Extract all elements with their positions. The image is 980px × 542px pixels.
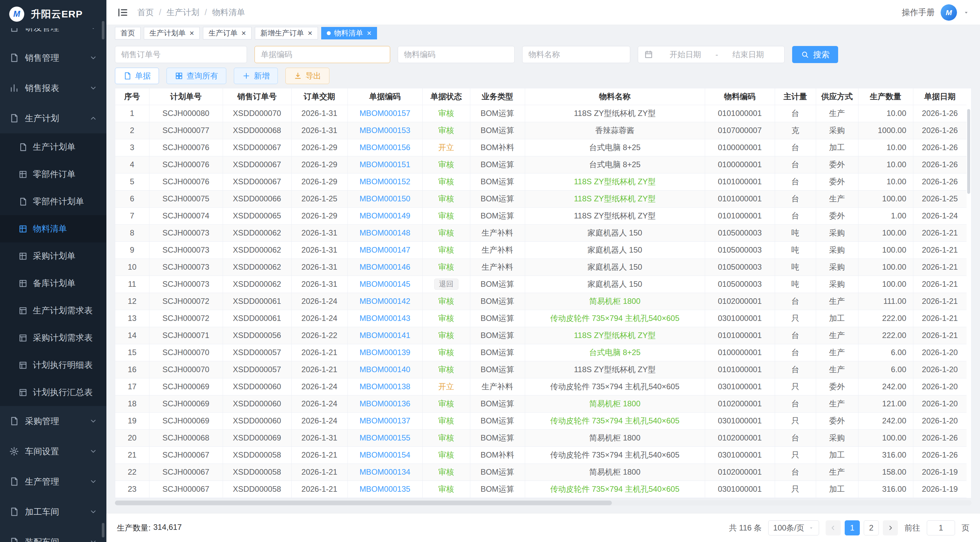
breadcrumb-item[interactable]: 物料清单 — [212, 7, 245, 18]
table-row[interactable]: 12 SCJH000072 XSDD000061 2026-1-24 MBOM0… — [115, 293, 967, 310]
doc-link[interactable]: MBOM000138 — [360, 382, 410, 391]
sidebar-scrollbar-thumb[interactable] — [102, 523, 105, 537]
doc-link[interactable]: MBOM000142 — [360, 297, 410, 306]
sidebar-item-plan-execution-summary[interactable]: 计划执行汇总表 — [0, 379, 107, 406]
page-jump-input[interactable] — [927, 520, 955, 536]
sidebar-item-purchase-plan-demand[interactable]: 采购计划需求表 — [0, 324, 107, 351]
tab-production-orders[interactable]: 生产订单 × — [203, 27, 251, 40]
breadcrumb-item[interactable]: 首页 — [137, 7, 154, 18]
table-row[interactable]: 13 SCJH000072 XSDD000061 2026-1-24 MBOM0… — [115, 310, 967, 327]
caret-down-icon[interactable] — [963, 9, 969, 16]
table-row[interactable]: 22 SCJH000067 XSDD000058 2026-1-21 MBOM0… — [115, 464, 967, 481]
vertical-scrollbar-thumb[interactable] — [967, 109, 970, 194]
next-page-button[interactable] — [883, 520, 898, 536]
table-row[interactable]: 11 SCJH000073 XSDD000062 2026-1-31 MBOM0… — [115, 276, 967, 293]
manual-link[interactable]: 操作手册 — [902, 7, 935, 18]
doc-button[interactable]: 单据 — [115, 68, 159, 84]
table-row[interactable]: 7 SCJH000074 XSDD000065 2026-1-29 MBOM00… — [115, 207, 967, 224]
doc-link[interactable]: MBOM000134 — [360, 467, 410, 476]
sidebar-item-workshop-settings[interactable]: 车间设置 — [0, 436, 107, 467]
sidebar-item-sales-reports[interactable]: 销售报表 — [0, 73, 107, 103]
table-row[interactable]: 6 SCJH000075 XSDD000066 2026-1-25 MBOM00… — [115, 190, 967, 207]
column-header[interactable]: 生产数量 — [858, 88, 913, 105]
sidebar-item-plan-execution-detail[interactable]: 计划执行明细表 — [0, 351, 107, 379]
doc-link[interactable]: MBOM000149 — [360, 211, 410, 220]
table-row[interactable]: 10 SCJH000073 XSDD000062 2026-1-31 MBOM0… — [115, 258, 967, 276]
doc-link[interactable]: MBOM000156 — [360, 143, 410, 152]
tab-new-production-order[interactable]: 新增生产订单 × — [255, 27, 318, 40]
column-header[interactable]: 销售订单号 — [223, 88, 291, 105]
sidebar-item-purchase-management[interactable]: 采购管理 — [0, 406, 107, 436]
column-header[interactable]: 主计量 — [775, 88, 816, 105]
close-icon[interactable]: × — [308, 29, 312, 37]
table-row[interactable]: 18 SCJH000069 XSDD000060 2026-1-24 MBOM0… — [115, 395, 967, 412]
doc-link[interactable]: MBOM000153 — [360, 126, 410, 135]
doc-link[interactable]: MBOM000145 — [360, 279, 410, 289]
page-size-select[interactable]: 100条/页 — [768, 520, 819, 536]
sidebar-item-production-management[interactable]: 生产管理 — [0, 467, 107, 497]
doc-link[interactable]: MBOM000150 — [360, 194, 410, 203]
column-header[interactable]: 单据日期 — [913, 88, 967, 105]
table-row[interactable]: 17 SCJH000069 XSDD000060 2026-1-24 MBOM0… — [115, 378, 967, 395]
table-row[interactable]: 4 SCJH000076 XSDD000067 2026-1-29 MBOM00… — [115, 156, 967, 173]
search-button[interactable]: 搜索 — [792, 46, 838, 63]
doc-link[interactable]: MBOM000139 — [360, 348, 410, 357]
column-header[interactable]: 订单交期 — [291, 88, 347, 105]
query-all-button[interactable]: 查询所有 — [167, 68, 226, 84]
doc-link[interactable]: MBOM000136 — [360, 399, 410, 408]
column-header[interactable]: 单据状态 — [422, 88, 470, 105]
horizontal-scrollbar-thumb[interactable] — [115, 501, 612, 505]
column-header[interactable]: 物料名称 — [525, 88, 705, 105]
close-icon[interactable]: × — [189, 29, 194, 37]
sidebar-scrollbar-thumb[interactable] — [102, 21, 105, 40]
sidebar-item-production-planning[interactable]: 生产计划 — [0, 103, 107, 133]
sidebar-item-assembly-workshop[interactable]: 装配车间 — [0, 527, 107, 542]
doc-link[interactable]: MBOM000146 — [360, 263, 410, 271]
doc-link[interactable]: MBOM000143 — [360, 314, 410, 322]
breadcrumb-item[interactable]: 生产计划 — [167, 7, 199, 18]
tab-production-plan-orders[interactable]: 生产计划单 × — [144, 27, 200, 40]
material-code-input[interactable] — [398, 46, 515, 63]
table-row[interactable]: 3 SCJH000076 XSDD000067 2026-1-29 MBOM00… — [115, 139, 967, 156]
doc-link[interactable]: MBOM000154 — [360, 450, 410, 459]
close-icon[interactable]: × — [242, 29, 246, 37]
horizontal-scrollbar[interactable] — [115, 500, 972, 505]
doc-code-input[interactable] — [255, 46, 390, 63]
date-range-picker[interactable]: 开始日期 - 结束日期 — [638, 46, 784, 63]
doc-link[interactable]: MBOM000141 — [360, 331, 410, 340]
tab-material-list[interactable]: 物料清单 × — [321, 27, 377, 40]
sidebar-item-production-plan-orders[interactable]: 生产计划单 — [0, 133, 107, 161]
doc-link[interactable]: MBOM000148 — [360, 228, 410, 237]
table-row[interactable]: 20 SCJH000068 XSDD000069 2026-1-31 MBOM0… — [115, 429, 967, 446]
doc-link[interactable]: MBOM000157 — [360, 109, 410, 118]
doc-link[interactable]: MBOM000155 — [360, 433, 410, 442]
table-row[interactable]: 19 SCJH000069 XSDD000060 2026-1-24 MBOM0… — [115, 412, 967, 429]
export-button[interactable]: 导出 — [285, 68, 329, 84]
sidebar-item-parts-orders[interactable]: 零部件订单 — [0, 161, 107, 188]
sidebar-item-production-plan-demand[interactable]: 生产计划需求表 — [0, 297, 107, 324]
sidebar-item-parts-plan-orders[interactable]: 零部件计划单 — [0, 188, 107, 215]
column-header[interactable]: 计划单号 — [149, 88, 223, 105]
avatar[interactable]: M — [940, 4, 957, 21]
doc-link[interactable]: MBOM000140 — [360, 365, 410, 374]
column-header[interactable]: 序号 — [115, 88, 149, 105]
column-header[interactable]: 业务类型 — [470, 88, 525, 105]
add-button[interactable]: 新增 — [234, 68, 278, 84]
column-header[interactable]: 物料编码 — [705, 88, 775, 105]
table-row[interactable]: 15 SCJH000070 XSDD000057 2026-1-21 MBOM0… — [115, 344, 967, 361]
hamburger-icon[interactable] — [117, 6, 129, 18]
sidebar-item-purchase-plan-orders[interactable]: 采购计划单 — [0, 242, 107, 270]
doc-link[interactable]: MBOM000147 — [360, 245, 410, 254]
table-row[interactable]: 16 SCJH000070 XSDD000057 2026-1-21 MBOM0… — [115, 361, 967, 378]
doc-link[interactable]: MBOM000151 — [360, 160, 410, 169]
doc-link[interactable]: MBOM000135 — [360, 485, 410, 493]
tab-home[interactable]: 首页 — [115, 27, 140, 40]
table-row[interactable]: 8 SCJH000073 XSDD000062 2026-1-31 MBOM00… — [115, 224, 967, 241]
sidebar-item-processing-workshop[interactable]: 加工车间 — [0, 497, 107, 527]
table-row[interactable]: 23 SCJH000067 XSDD000058 2026-1-21 MBOM0… — [115, 481, 967, 497]
doc-link[interactable]: MBOM000152 — [360, 177, 410, 186]
page-button-2[interactable]: 2 — [864, 520, 879, 536]
sidebar-item-stock-plan-orders[interactable]: 备库计划单 — [0, 270, 107, 297]
prev-page-button[interactable] — [826, 520, 841, 536]
sidebar-item-material-list[interactable]: 物料清单 — [0, 215, 107, 242]
